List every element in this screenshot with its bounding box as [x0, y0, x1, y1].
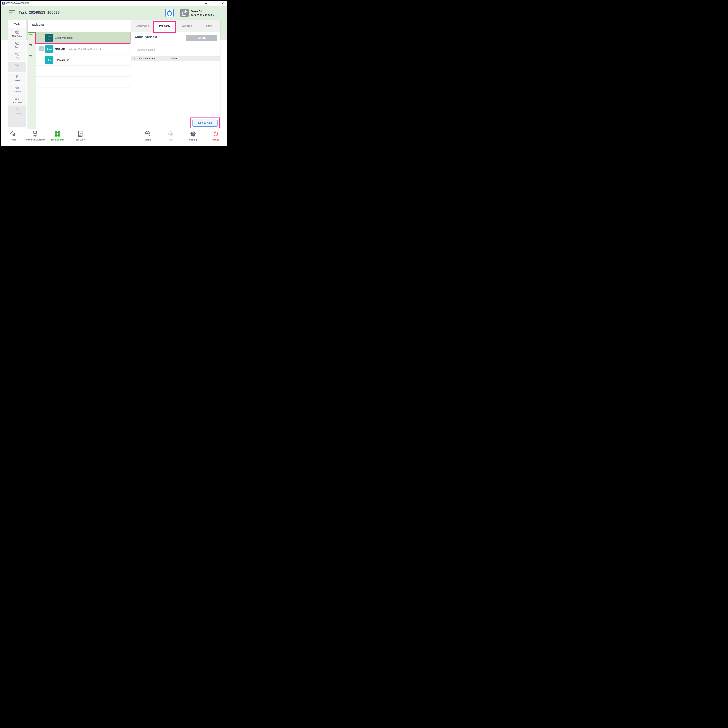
row-number-cell: 001 [28, 43, 36, 55]
power-icon [213, 130, 219, 137]
task-list-panel: Task List 000 Global Var. GlobalVariable… [28, 20, 132, 129]
task-builder-icon [54, 130, 61, 137]
hand-guide-icon [180, 9, 189, 17]
confirm-button[interactable]: Confirm [186, 35, 217, 41]
tools-panel: Tools Multi-Select Copy [8, 20, 26, 129]
setting-icon [190, 130, 196, 137]
delete-icon [15, 74, 19, 79]
suppress-button: Suppress [8, 106, 26, 116]
section-title: Global Variable [135, 35, 157, 38]
tool-label: Multi-Select [12, 35, 22, 37]
nav-setting[interactable]: Setting [182, 130, 204, 141]
row-number: 002 [29, 55, 32, 57]
row-separator [36, 87, 132, 88]
close-button[interactable] [220, 1, 225, 6]
bottom-nav: Home Workcell Manager [1, 129, 228, 146]
column-header-variable-name: Variable Name [139, 57, 155, 60]
page-title: Task_20240513_160036 [18, 10, 60, 15]
minimize-button[interactable] [203, 1, 208, 6]
tab-command[interactable]: Command [132, 20, 154, 32]
nav-power[interactable]: Power [205, 130, 227, 141]
row-number-cell: 002 [28, 55, 36, 66]
multi-select-button[interactable]: Multi-Select [8, 28, 26, 39]
window-title: DART-Platform GV02110200 [6, 2, 29, 4]
header-divider [177, 10, 177, 17]
task-row-name: EndMainSub [55, 55, 69, 66]
copy-icon [15, 41, 19, 46]
app-window: D DART-Platform GV02110200 Task_20240513… [1, 1, 228, 146]
annotation-input[interactable] [135, 47, 216, 53]
end-badge: End [45, 56, 54, 64]
task-writer-icon [77, 130, 84, 137]
status-icon [145, 130, 151, 137]
task-row-name: GlobalVariables [55, 32, 72, 43]
row-separator [36, 121, 132, 121]
tab-property[interactable]: Property [154, 20, 176, 32]
tool-label: Paste [15, 68, 20, 70]
right-panel-tabs: Command Property Variable Play [132, 20, 220, 32]
nav-home[interactable]: Home [2, 130, 24, 141]
robot-gripper-button[interactable] [165, 9, 174, 17]
task-row-name: MainSub( Task Vel. 250.000, Acc. 1,0⋯ ) [55, 43, 101, 55]
hamburger-menu-icon[interactable] [9, 11, 15, 15]
dart-logo-icon: D [2, 2, 5, 5]
task-row-mainsub[interactable]: Start MainSub( Task Vel. 250.000, Acc. 1… [36, 43, 132, 55]
row-down-icon [15, 96, 19, 101]
nav-task-writer[interactable]: Task Writer [69, 130, 91, 141]
edit-add-button[interactable]: Edit & Add [193, 119, 217, 127]
tools-title: Tools [8, 20, 26, 28]
suppress-icon [15, 108, 19, 112]
footer-divider [132, 116, 220, 116]
datetime: 2024.05.13 4:10:23 PM [191, 14, 214, 17]
tool-button-partial [8, 117, 26, 127]
multi-select-icon [15, 30, 19, 35]
cut-button[interactable]: Cut [8, 50, 26, 61]
workcell-manager-icon [32, 130, 38, 137]
column-header-value: Value [171, 57, 177, 60]
row-down-button[interactable]: Row Down [8, 95, 26, 105]
row-number-cell: 000 [28, 32, 36, 43]
tool-label: Delete [14, 79, 20, 81]
paste-icon [15, 63, 19, 68]
robot-gripper-icon [165, 9, 173, 17]
tool-label: Row Down [13, 101, 22, 104]
minimize-icon [205, 3, 207, 4]
column-header-index: # [134, 57, 135, 60]
tool-label: Cut [16, 57, 18, 59]
tab-variable[interactable]: Variable [176, 20, 198, 32]
paste-button: Paste [8, 61, 26, 72]
task-row-globalvariables[interactable]: Global Var. GlobalVariables [36, 32, 132, 43]
hand-guide-button[interactable] [180, 9, 189, 17]
start-badge: Start [45, 45, 54, 53]
tool-label: Suppress [13, 112, 21, 115]
jog-icon [167, 130, 174, 137]
tool-label: Row Up [14, 90, 20, 92]
row-number: 001 [29, 44, 32, 46]
nav-workcell-manager[interactable]: Workcell Manager [24, 130, 46, 141]
row-number: 000 [29, 34, 32, 35]
nav-status[interactable]: Status [137, 130, 159, 141]
tab-play[interactable]: Play [198, 20, 220, 32]
cut-icon [15, 52, 19, 57]
task-list-title: Task List [31, 23, 44, 26]
home-icon [9, 130, 16, 137]
nav-jog: Jog [160, 130, 182, 141]
global-var-badge: Global Var. [45, 34, 54, 42]
copy-button[interactable]: Copy [8, 40, 26, 50]
row-up-icon [15, 86, 19, 90]
task-row-endmainsub[interactable]: End EndMainSub [36, 55, 132, 66]
task-row-params: ( Task Vel. 250.000, Acc. 1,0⋯ ) [67, 47, 101, 50]
maximize-icon [213, 2, 215, 5]
maximize-button[interactable] [212, 1, 217, 6]
delete-button[interactable]: Delete [8, 73, 26, 83]
window-titlebar: D DART-Platform GV02110200 [1, 1, 228, 6]
row-up-button[interactable]: Row Up [8, 84, 26, 94]
nav-task-builder[interactable]: Task Builder [47, 130, 69, 141]
variable-table-header: # Variable Name Value [132, 56, 220, 61]
tool-label: Copy [15, 46, 19, 48]
property-panel: Command Property Variable Play Global Va… [132, 20, 220, 129]
servo-status: Servo Off [191, 10, 202, 13]
expand-row-button[interactable] [39, 46, 44, 51]
chevron-down-icon [39, 46, 44, 51]
